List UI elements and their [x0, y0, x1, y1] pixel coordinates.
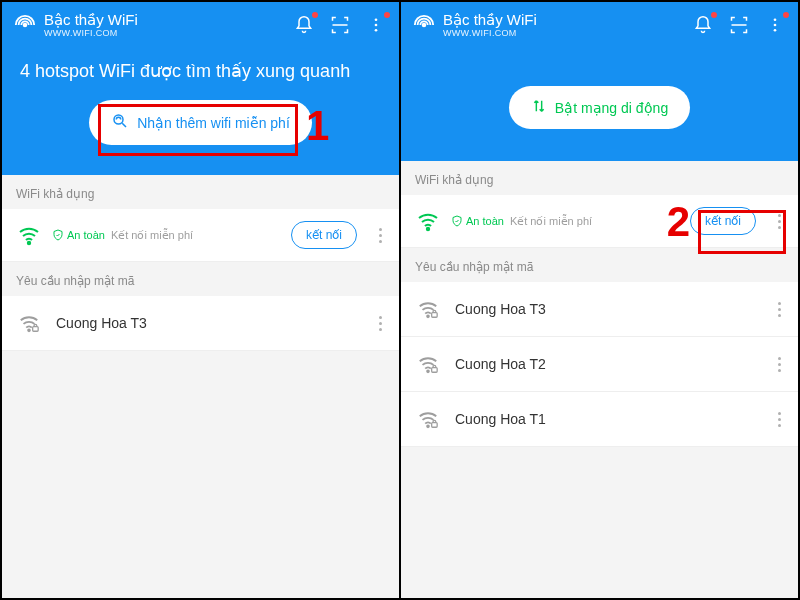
app-logo-icon — [14, 14, 36, 36]
svg-point-17 — [427, 426, 429, 428]
wifi-sub-row: An toàn Kết nối miễn phí — [52, 229, 281, 242]
bell-icon[interactable] — [692, 14, 714, 36]
svg-rect-18 — [432, 423, 438, 428]
section-password-label: Yêu cầu nhập mật mã — [2, 262, 399, 296]
svg-rect-14 — [432, 313, 438, 318]
more-options-icon[interactable] — [371, 228, 389, 243]
app-title: Bậc thầy WiFi — [443, 12, 684, 29]
network-name: Cuong Hoa T1 — [455, 411, 752, 427]
cta-wrap: Bật mạng di động — [413, 86, 786, 129]
svg-point-4 — [114, 115, 123, 124]
headline-text: 4 hotspot WiFi được tìm thấy xung quanh — [20, 60, 381, 82]
body-right: WiFi khả dụng An toàn Kết nối miễn phí k… — [401, 161, 798, 598]
svg-rect-7 — [33, 327, 38, 332]
cta-label: Bật mạng di động — [555, 100, 668, 116]
more-options-icon[interactable] — [770, 357, 788, 372]
wifi-lock-icon — [415, 296, 441, 322]
menu-dot — [783, 12, 789, 18]
available-wifi-card[interactable]: An toàn Kết nối miễn phí kết nối — [2, 209, 399, 262]
header-actions — [293, 14, 387, 36]
section-available-label: WiFi khả dụng — [2, 175, 399, 209]
scan-icon[interactable] — [728, 14, 750, 36]
network-name: Cuong Hoa T3 — [455, 301, 752, 317]
network-name: Cuong Hoa T2 — [455, 356, 752, 372]
svg-point-1 — [375, 19, 378, 22]
section-password-label: Yêu cầu nhập mật mã — [401, 248, 798, 282]
panel-left: Bậc thầy WiFi WWW.WIFI.COM — [2, 2, 399, 598]
safe-label: An toàn — [67, 229, 105, 241]
app-subtitle: WWW.WIFI.COM — [44, 29, 285, 39]
updown-arrows-icon — [531, 98, 547, 117]
connect-button[interactable]: kết nối — [291, 221, 357, 249]
search-wifi-icon — [111, 112, 129, 133]
svg-point-13 — [427, 316, 429, 318]
app-title: Bậc thầy WiFi — [44, 12, 285, 29]
network-item[interactable]: Cuong Hoa T2 — [401, 337, 798, 392]
wifi-lock-icon — [415, 406, 441, 432]
network-list-right: Cuong Hoa T3 Cuong Hoa T2 Cuong Hoa T1 — [401, 282, 798, 447]
safe-badge: An toàn — [52, 229, 105, 241]
app-logo-icon — [413, 14, 435, 36]
network-item[interactable]: Cuong Hoa T1 — [401, 392, 798, 447]
svg-point-12 — [427, 228, 429, 230]
header-actions — [692, 14, 786, 36]
enable-mobile-data-button[interactable]: Bật mạng di động — [509, 86, 690, 129]
free-connect-label: Kết nối miễn phí — [111, 229, 193, 242]
menu-dots-icon[interactable] — [365, 14, 387, 36]
svg-point-0 — [24, 24, 27, 27]
safe-label: An toàn — [466, 215, 504, 227]
more-options-icon[interactable] — [770, 214, 788, 229]
menu-dots-icon[interactable] — [764, 14, 786, 36]
app-title-block: Bậc thầy WiFi WWW.WIFI.COM — [443, 12, 684, 38]
svg-point-8 — [423, 24, 426, 27]
svg-point-9 — [774, 19, 777, 22]
notification-dot — [711, 12, 717, 18]
app-subtitle: WWW.WIFI.COM — [443, 29, 684, 39]
more-options-icon[interactable] — [770, 412, 788, 427]
svg-point-11 — [774, 29, 777, 32]
more-options-icon[interactable] — [770, 302, 788, 317]
get-free-wifi-button[interactable]: Nhận thêm wifi miễn phí — [89, 100, 312, 145]
header-left: Bậc thầy WiFi WWW.WIFI.COM — [2, 2, 399, 175]
network-item[interactable]: Cuong Hoa T3 — [401, 282, 798, 337]
menu-dot — [384, 12, 390, 18]
wifi-sub-row: An toàn Kết nối miễn phí — [451, 215, 680, 228]
header-top-row: Bậc thầy WiFi WWW.WIFI.COM — [14, 12, 387, 38]
free-connect-label: Kết nối miễn phí — [510, 215, 592, 228]
svg-point-2 — [375, 24, 378, 27]
svg-point-3 — [375, 29, 378, 32]
wifi-meta: An toàn Kết nối miễn phí — [52, 229, 281, 242]
panel-right: Bậc thầy WiFi WWW.WIFI.COM — [399, 2, 798, 598]
wifi-meta: An toàn Kết nối miễn phí — [451, 215, 680, 228]
svg-point-15 — [427, 371, 429, 373]
body-left: WiFi khả dụng An toàn Kết nối miễn phí k… — [2, 175, 399, 598]
network-list-left: Cuong Hoa T3 — [2, 296, 399, 351]
svg-point-5 — [28, 242, 30, 244]
connect-button[interactable]: kết nối — [690, 207, 756, 235]
header-right: Bậc thầy WiFi WWW.WIFI.COM — [401, 2, 798, 161]
cta-label: Nhận thêm wifi miễn phí — [137, 115, 290, 131]
svg-point-6 — [28, 330, 30, 332]
more-options-icon[interactable] — [371, 316, 389, 331]
wifi-lock-icon — [415, 351, 441, 377]
screenshot-frame: Bậc thầy WiFi WWW.WIFI.COM — [0, 0, 800, 600]
header-top-row: Bậc thầy WiFi WWW.WIFI.COM — [413, 12, 786, 38]
available-wifi-card[interactable]: An toàn Kết nối miễn phí kết nối — [401, 195, 798, 248]
safe-badge: An toàn — [451, 215, 504, 227]
section-available-label: WiFi khả dụng — [401, 161, 798, 195]
wifi-signal-icon — [415, 208, 441, 234]
svg-rect-16 — [432, 368, 438, 373]
cta-wrap: Nhận thêm wifi miễn phí — [14, 100, 387, 145]
bell-icon[interactable] — [293, 14, 315, 36]
scan-icon[interactable] — [329, 14, 351, 36]
wifi-lock-icon — [16, 310, 42, 336]
app-title-block: Bậc thầy WiFi WWW.WIFI.COM — [44, 12, 285, 38]
wifi-signal-icon — [16, 222, 42, 248]
notification-dot — [312, 12, 318, 18]
network-item[interactable]: Cuong Hoa T3 — [2, 296, 399, 351]
network-name: Cuong Hoa T3 — [56, 315, 353, 331]
svg-point-10 — [774, 24, 777, 27]
